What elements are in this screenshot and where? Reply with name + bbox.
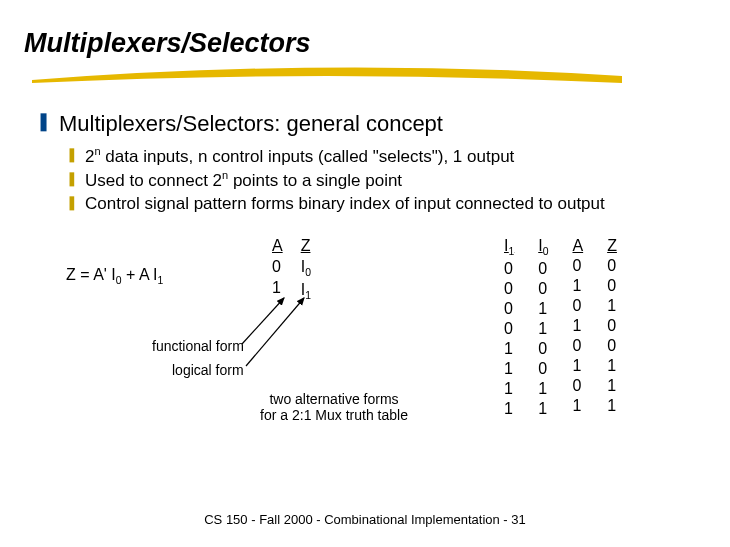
slide-footer: CS 150 - Fall 2000 - Combinational Imple… [0,512,730,527]
truth-table-caption: two alternative formsfor a 2:1 Mux truth… [234,391,434,423]
svg-line-1 [246,298,304,366]
truth-table-4col: I1 0000 1111 I0 0011 0011 A 0101 0101 Z … [504,236,617,418]
bullet-text: Control signal pattern forms binary inde… [85,193,605,214]
functional-form-label: functional form [152,338,244,354]
bullet-icon: ❚ [66,145,78,165]
bullet-icon: ❚ [66,193,78,213]
svg-line-0 [242,298,284,344]
bullet-text: 2n data inputs, n control inputs (called… [85,145,514,167]
bullet-1: ❚ 2n data inputs, n control inputs (call… [66,145,706,167]
bullet-3: ❚ Control signal pattern forms binary in… [66,193,706,214]
logical-form-label: logical form [172,362,244,378]
title-underline [32,65,622,83]
bullet-2: ❚ Used to connect 2n points to a single … [66,169,706,191]
functional-form-equation: Z = A' I0 + A I1 [66,266,163,286]
bullet-icon: ❚ [66,169,78,189]
bullet-text: Used to connect 2n points to a single po… [85,169,402,191]
heading-row: ❚ Multiplexers/Selectors: general concep… [36,111,706,137]
bullet-icon: ❚ [36,111,51,133]
heading-text: Multiplexers/Selectors: general concept [59,111,443,137]
slide-title: Multiplexers/Selectors [24,28,706,59]
truth-table-2col: A 0 1 Z I0 I1 [272,236,311,302]
lower-region: Z = A' I0 + A I1 A 0 1 Z I0 I1 I1 0000 1… [24,236,706,456]
